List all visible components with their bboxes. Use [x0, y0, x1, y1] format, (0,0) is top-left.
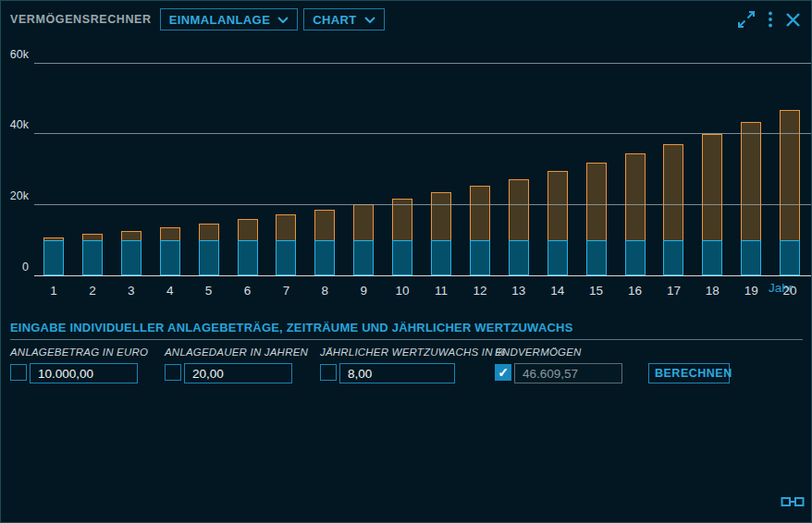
bar-growth-segment[interactable]: [43, 237, 64, 240]
anlagedauer-checkbox[interactable]: [165, 364, 181, 381]
bar-capital-segment[interactable]: [392, 240, 412, 275]
bar-growth-segment[interactable]: [509, 179, 529, 240]
wertzuwachs-checkbox[interactable]: [320, 364, 337, 381]
bar-capital-segment[interactable]: [82, 240, 103, 275]
x-tick-label: 10: [387, 284, 418, 298]
bar-capital-segment[interactable]: [625, 240, 646, 275]
anlagedauer-label: ANLAGEDAUER IN JAHREN: [165, 347, 308, 358]
gridline: [34, 133, 812, 134]
bar-growth-segment[interactable]: [663, 144, 683, 240]
input-section-title: EINGABE INDIVIDUELLER ANLAGEBETRÄGE, ZEI…: [10, 321, 803, 340]
bar-capital-segment[interactable]: [276, 240, 296, 275]
bar-growth-segment[interactable]: [780, 110, 800, 240]
bar-capital-segment[interactable]: [586, 240, 607, 275]
x-tick-label: 4: [154, 284, 186, 298]
link-icon[interactable]: [781, 495, 805, 512]
gridline: [34, 204, 812, 205]
y-tick-label: 0: [1, 261, 31, 274]
x-tick-label: 2: [77, 284, 108, 298]
bar-capital-segment[interactable]: [702, 240, 722, 275]
bar-capital-segment[interactable]: [741, 240, 761, 275]
bar-capital-segment[interactable]: [663, 240, 683, 275]
anlagebetrag-input[interactable]: [30, 363, 138, 383]
bar-growth-segment[interactable]: [238, 219, 258, 240]
x-tick-label: 13: [503, 284, 535, 298]
vermoegensrechner-window: VERMÖGENSRECHNER EINMALANLAGE CHART: [0, 0, 812, 523]
bar-capital-segment[interactable]: [780, 240, 800, 275]
bar-growth-segment[interactable]: [702, 134, 722, 240]
x-tick-label: 3: [116, 284, 147, 298]
y-tick-label: 20k: [1, 189, 31, 202]
x-tick-label: 5: [193, 284, 225, 298]
bar-growth-segment[interactable]: [470, 186, 490, 239]
bar-growth-segment[interactable]: [547, 171, 568, 239]
bar-capital-segment[interactable]: [121, 240, 141, 275]
x-tick-label: 16: [620, 284, 651, 298]
x-tick-label: 9: [348, 284, 379, 298]
wertzuwachs-input[interactable]: [339, 363, 455, 383]
x-tick-label: 1: [38, 284, 69, 298]
endvermoegen-checkbox[interactable]: [495, 364, 511, 381]
bar-growth-segment[interactable]: [82, 234, 103, 239]
x-tick-label: 6: [232, 284, 264, 298]
x-tick-label: 7: [270, 284, 301, 298]
bar-capital-segment[interactable]: [470, 240, 490, 275]
x-tick-label: 18: [696, 284, 728, 298]
bar-capital-segment[interactable]: [547, 240, 568, 275]
bar-growth-segment[interactable]: [160, 227, 180, 240]
x-tick-label: 15: [581, 284, 612, 298]
bar-capital-segment[interactable]: [160, 240, 180, 275]
bar-growth-segment[interactable]: [586, 163, 607, 239]
bar-growth-segment[interactable]: [314, 210, 335, 240]
berechnen-button[interactable]: BERECHNEN: [648, 363, 730, 383]
bar-growth-segment[interactable]: [431, 192, 451, 239]
bar-capital-segment[interactable]: [43, 240, 64, 275]
bar-capital-segment[interactable]: [314, 240, 335, 275]
x-tick-label: 19: [735, 284, 767, 298]
anlagedauer-input[interactable]: [184, 363, 292, 383]
bar-growth-segment[interactable]: [199, 224, 219, 240]
bar-growth-segment[interactable]: [741, 122, 761, 239]
bar-capital-segment[interactable]: [238, 240, 258, 275]
bar-capital-segment[interactable]: [199, 240, 219, 275]
wealth-growth-chart: 1234567891011121314151617181920020k40k60…: [1, 1, 812, 315]
x-tick-label: 17: [658, 284, 689, 298]
x-tick-label: 20: [774, 284, 806, 298]
endvermoegen-input[interactable]: [514, 363, 622, 383]
bar-capital-segment[interactable]: [353, 240, 374, 275]
bar-growth-segment[interactable]: [353, 204, 374, 239]
gridline: [34, 275, 812, 276]
bar-capital-segment[interactable]: [431, 240, 451, 275]
field-anlagebetrag: ANLAGEBETRAG IN EURO: [10, 347, 148, 358]
x-tick-label: 12: [464, 284, 496, 298]
gridline: [34, 63, 812, 64]
bar-capital-segment[interactable]: [509, 240, 529, 275]
field-wertzuwachs: JÄHRLICHER WERTZUWACHS IN %: [320, 347, 506, 358]
x-tick-label: 11: [425, 284, 457, 298]
endvermoegen-label: ENDVERMÖGEN: [495, 347, 582, 358]
bar-growth-segment[interactable]: [276, 214, 296, 239]
x-tick-label: 8: [309, 284, 340, 298]
y-tick-label: 40k: [1, 118, 31, 131]
y-tick-label: 60k: [1, 48, 31, 61]
bar-growth-segment[interactable]: [121, 231, 141, 240]
anlagebetrag-checkbox[interactable]: [10, 364, 27, 381]
x-tick-label: 14: [542, 284, 573, 298]
bar-growth-segment[interactable]: [625, 153, 646, 239]
field-anlagedauer: ANLAGEDAUER IN JAHREN: [165, 347, 308, 358]
anlagebetrag-label: ANLAGEBETRAG IN EURO: [10, 347, 148, 358]
wertzuwachs-label: JÄHRLICHER WERTZUWACHS IN %: [320, 347, 506, 358]
field-endvermoegen: ENDVERMÖGEN: [495, 347, 582, 358]
